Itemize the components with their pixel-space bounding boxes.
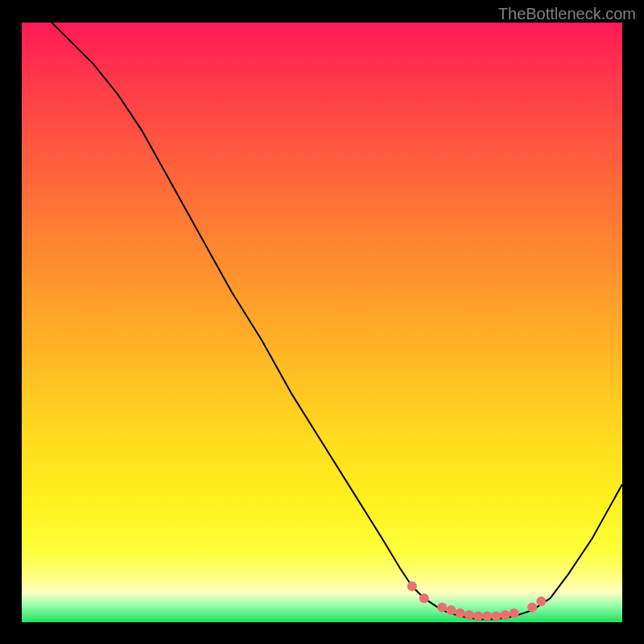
curve-dot	[536, 597, 546, 606]
curve-dot	[456, 609, 465, 618]
curve-dot	[491, 612, 501, 621]
curve-dot	[407, 581, 417, 591]
curve-dot	[501, 610, 510, 620]
curve-dot	[482, 612, 492, 621]
curve-dot	[464, 610, 474, 620]
bottleneck-curve	[52, 23, 622, 619]
curve-dot	[446, 605, 456, 615]
watermark-text: TheBottleneck.com	[498, 5, 636, 23]
chart-area	[22, 23, 622, 622]
curve-dot	[473, 612, 483, 621]
curve-dot	[510, 609, 519, 618]
curve-dot	[419, 593, 429, 603]
curve-dot	[527, 602, 537, 612]
chart-curve-svg	[22, 23, 622, 622]
curve-dot	[437, 602, 447, 612]
